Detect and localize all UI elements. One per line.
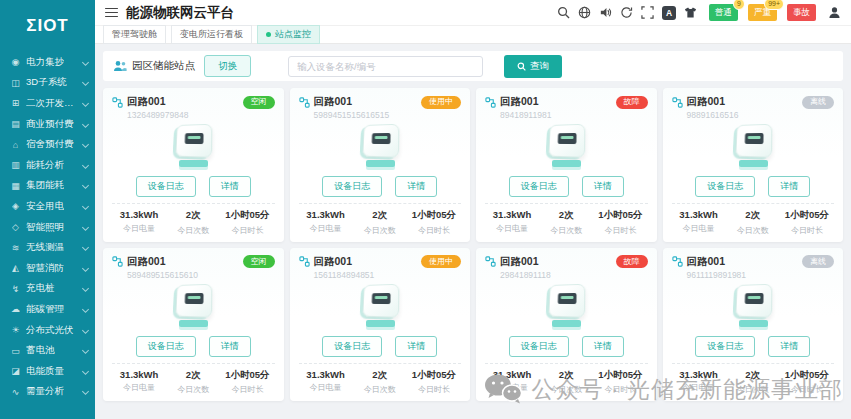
device-log-button[interactable]: 设备日志	[695, 336, 755, 357]
chevron-down-icon	[82, 141, 89, 148]
circuit-icon	[299, 256, 310, 267]
sidebar-item[interactable]: ◈ 安全用电	[0, 196, 95, 217]
dashed-divider	[299, 203, 462, 204]
wechat-icon	[484, 373, 522, 405]
alarm-label: 事故	[793, 7, 810, 17]
sidebar-item-label: 3D子系统	[26, 76, 67, 89]
sidebar-item[interactable]: ◉ 电力集抄	[0, 52, 95, 73]
device-search-input[interactable]	[288, 56, 483, 77]
app-logo: ΣIOT	[0, 8, 95, 52]
device-detail-button[interactable]: 详情	[395, 176, 437, 197]
device-detail-button[interactable]: 详情	[582, 176, 624, 197]
circuit-icon	[299, 97, 310, 108]
sidebar-item-label: 分布式光伏	[26, 324, 74, 337]
business-prepay-icon: ▤	[10, 119, 21, 129]
dashed-divider	[672, 203, 835, 204]
dashed-divider	[112, 203, 275, 204]
stat-energy: 31.3kWh 今日电量	[672, 209, 726, 236]
sidebar-item[interactable]: ◇ 智能照明	[0, 217, 95, 238]
status-badge: 空闲	[243, 255, 275, 268]
sidebar-item[interactable]: ↯ 充电桩	[0, 279, 95, 300]
tab-active-dot	[266, 32, 271, 37]
tab-label: 变电所运行看板	[180, 28, 243, 41]
sidebar-menu: ◉ 电力集抄 ◫ 3D子系统 ⊞ 二次开发管理 ▤ 商业预付费 ⌂ 宿舍预付费 …	[0, 52, 95, 402]
cube-3d-icon: ◫	[10, 78, 21, 88]
circuit-icon	[672, 97, 683, 108]
chevron-down-icon	[82, 326, 89, 333]
font-size-icon[interactable]	[662, 6, 676, 20]
tab[interactable]: 站点监控	[257, 25, 320, 44]
tab[interactable]: 管理驾驶舱	[103, 25, 166, 44]
sidebar-item[interactable]: ☀ 分布式光伏	[0, 320, 95, 341]
dev-manage-icon: ⊞	[10, 98, 21, 108]
sidebar-item[interactable]: ⌂ 宿舍预付费	[0, 134, 95, 155]
device-detail-button[interactable]: 详情	[582, 336, 624, 357]
sidebar-item[interactable]: ◭ 智慧消防	[0, 258, 95, 279]
device-detail-button[interactable]: 详情	[209, 176, 251, 197]
fire-safety-icon: ◭	[10, 263, 21, 273]
pv-icon: ☀	[10, 325, 21, 335]
user-icon[interactable]	[828, 6, 841, 19]
device-log-button[interactable]: 设备日志	[695, 176, 755, 197]
menu-icon[interactable]	[105, 8, 118, 18]
speaker-icon[interactable]	[599, 6, 612, 19]
device-image-wrap	[112, 280, 275, 332]
device-log-button[interactable]: 设备日志	[509, 176, 569, 197]
alarm-badges: 普通 9 严重 99+ 事故	[709, 4, 816, 21]
status-badge: 使用中	[421, 255, 461, 268]
device-detail-button[interactable]: 详情	[395, 336, 437, 357]
globe-icon[interactable]	[578, 6, 591, 19]
status-badge: 离线	[802, 255, 834, 268]
device-log-button[interactable]: 设备日志	[322, 336, 382, 357]
device-detail-button[interactable]: 详情	[209, 336, 251, 357]
sidebar-item-label: 无线测温	[26, 241, 64, 254]
sidebar-item[interactable]: ▭ 蓄电池	[0, 340, 95, 361]
device-log-button[interactable]: 设备日志	[509, 336, 569, 357]
carbon-manage-icon: ☁	[10, 304, 21, 314]
chevron-down-icon	[82, 100, 89, 107]
device-meter-image	[164, 282, 222, 334]
meter-screen	[185, 133, 204, 144]
stat-count: 2次 今日次数	[166, 369, 220, 396]
device-card-actions: 设备日志 详情	[672, 336, 835, 357]
app-window: ΣIOT ◉ 电力集抄 ◫ 3D子系统 ⊞ 二次开发管理 ▤ 商业预付费 ⌂ 宿…	[0, 0, 851, 419]
safety-power-icon: ◈	[10, 201, 21, 211]
sidebar-item[interactable]: ≋ 无线测温	[0, 237, 95, 258]
query-button[interactable]: 查询	[504, 55, 562, 78]
device-card: 回路001 离线 98891616516 设备日志 详情 31.3kWh 今日电…	[663, 88, 844, 242]
tab[interactable]: 变电所运行看板	[171, 25, 252, 44]
device-meter-image	[351, 282, 409, 334]
sidebar-item[interactable]: ⊞ 二次开发管理	[0, 93, 95, 114]
fullscreen-icon[interactable]	[641, 6, 654, 19]
dashed-divider	[112, 363, 275, 364]
device-detail-button[interactable]: 详情	[768, 336, 810, 357]
refresh-icon[interactable]	[620, 6, 633, 19]
alarm-badge[interactable]: 普通 9	[709, 4, 738, 21]
device-log-button[interactable]: 设备日志	[136, 176, 196, 197]
sidebar-item[interactable]: ▦ 集团能耗	[0, 176, 95, 197]
alarm-badge[interactable]: 事故	[787, 4, 816, 21]
switch-button[interactable]: 切换	[204, 55, 251, 77]
sidebar-item[interactable]: ▥ 能耗分析	[0, 155, 95, 176]
sidebar-item-label: 蓄电池	[26, 344, 55, 357]
search-icon[interactable]	[557, 6, 570, 19]
sidebar-item[interactable]: ▤ 商业预付费	[0, 114, 95, 135]
device-log-button[interactable]: 设备日志	[322, 176, 382, 197]
theme-icon[interactable]	[684, 6, 697, 19]
chevron-down-icon	[82, 368, 89, 375]
device-card-header: 回路001 使用中	[299, 255, 462, 269]
site-selector[interactable]: 园区储能站点	[113, 59, 195, 73]
sidebar-item[interactable]: ◪ 电能质量	[0, 361, 95, 382]
sidebar-item[interactable]: ∿ 需量分析	[0, 382, 95, 403]
device-card-header: 回路001 空闲	[112, 255, 275, 269]
device-card-header: 回路001 使用中	[299, 95, 462, 109]
device-log-button[interactable]: 设备日志	[136, 336, 196, 357]
device-card-grid: 回路001 空闲 1326489979848 设备日志 详情 31.3kWh 今…	[103, 88, 843, 401]
sidebar-item[interactable]: ◫ 3D子系统	[0, 73, 95, 94]
device-detail-button[interactable]: 详情	[768, 176, 810, 197]
alarm-badge[interactable]: 严重 99+	[748, 4, 777, 21]
device-id: 589489515615610	[127, 270, 275, 280]
sidebar-item[interactable]: ☁ 能碳管理	[0, 299, 95, 320]
sidebar-item-label: 二次开发管理	[26, 97, 78, 110]
stat-duration: 1小时05分 今日时长	[407, 369, 461, 396]
